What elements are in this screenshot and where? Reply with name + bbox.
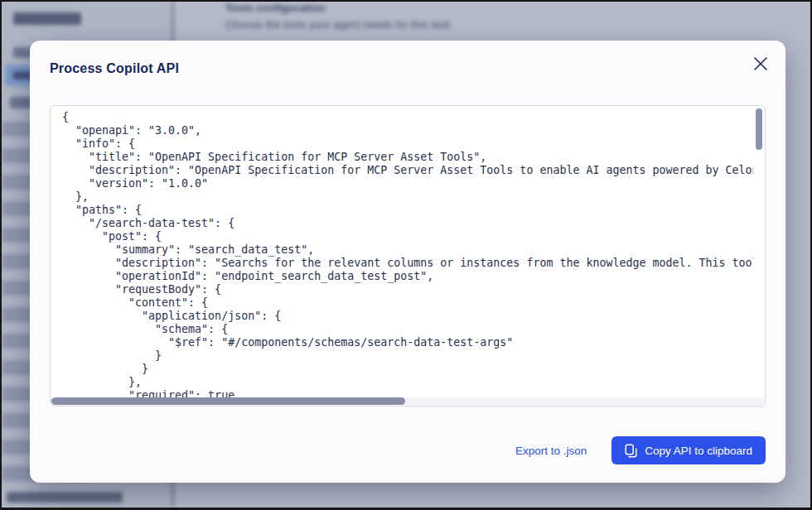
code-line: } [62,349,753,363]
background-page-title: Tools configuration [225,2,325,14]
code-line: "required": true [62,389,753,397]
code-line: "operationId": "endpoint_search_data_tes… [62,270,753,283]
vertical-scrollbar[interactable] [756,108,762,150]
code-line: "content": { [62,296,753,310]
export-json-link[interactable]: Export to .json [515,445,587,457]
code-line: "paths": { [62,204,753,217]
code-line: "summary": "search_data_test", [62,243,753,257]
background-page-subtitle: Choose the tools your agent needs for th… [225,18,451,31]
code-line: } [62,363,753,376]
code-content: { "openapi": "3.0.0", "info": { "title":… [51,106,753,397]
app-window: Tools configuration Choose the tools you… [0,0,812,510]
code-line: "/search-data-test": { [62,217,753,230]
api-spec-code-viewer[interactable]: { "openapi": "3.0.0", "info": { "title":… [50,105,766,407]
code-line: "$ref": "#/components/schemas/search-dat… [62,336,753,349]
process-copilot-api-modal: Process Copilot API { "openapi": "3.0.0"… [30,41,785,483]
sidebar-footer-label-blurred [7,492,123,503]
code-line: "openapi": "3.0.0", [62,124,753,137]
code-line: { [62,111,753,124]
modal-title: Process Copilot API [50,61,179,76]
horizontal-scrollbar-track[interactable] [51,397,764,405]
close-icon [752,55,770,73]
modal-footer: Export to .json Copy API to clipboard [515,436,766,464]
code-line: "application/json": { [62,310,753,323]
code-line: }, [62,376,753,389]
code-line: "title": "OpenAPI Specification for MCP … [62,151,753,164]
code-line: "info": { [62,137,753,151]
code-line: "version": "1.0.0" [62,177,753,190]
code-line: }, [62,190,753,204]
copy-api-button-label: Copy API to clipboard [645,445,752,457]
code-line: "description": "OpenAPI Specification fo… [62,164,753,177]
code-line: "schema": { [62,323,753,336]
code-line: "post": { [62,230,753,243]
copy-api-button[interactable]: Copy API to clipboard [611,436,766,464]
sidebar-heading-blurred [13,12,81,25]
horizontal-scrollbar-thumb[interactable] [51,397,405,405]
code-line: "description": "Searchs for the relevant… [62,257,753,270]
close-button[interactable] [749,52,772,75]
code-line: "requestBody": { [62,283,753,296]
copy-icon [625,444,637,458]
